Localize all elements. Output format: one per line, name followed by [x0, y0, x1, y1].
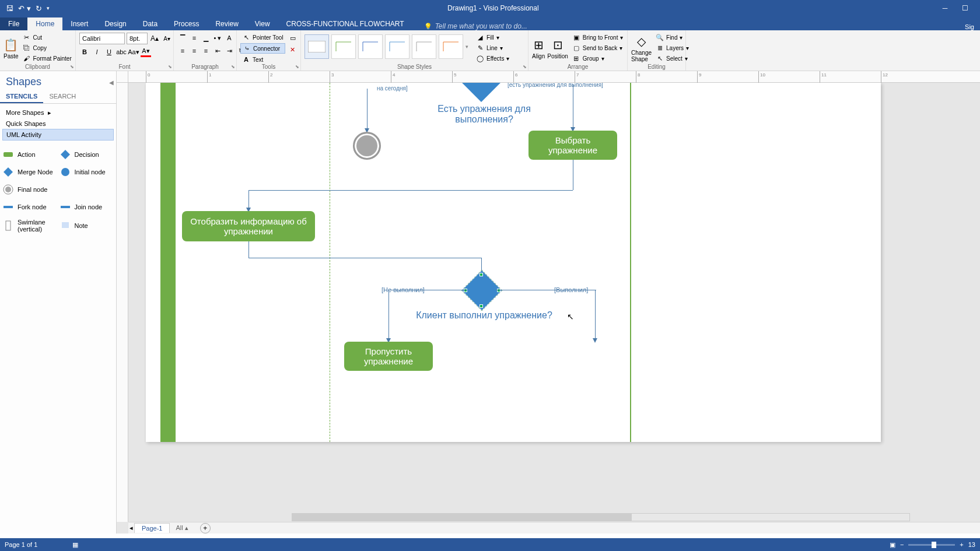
tab-process[interactable]: Process	[166, 17, 207, 30]
save-icon[interactable]: 🖫	[6, 4, 13, 13]
conn-branch-yes-v[interactable]	[595, 290, 596, 341]
decision-top-partial[interactable]	[461, 83, 501, 102]
shape-join[interactable]: Join node	[60, 201, 114, 213]
macro-icon[interactable]: ▦	[72, 541, 78, 549]
undo-icon[interactable]: ↶ ▾	[18, 4, 31, 13]
collapse-panel-icon[interactable]: ◀	[109, 79, 114, 86]
align-button[interactable]: ⊞Align	[532, 33, 545, 64]
tellme-input[interactable]: Tell me what you want to do...	[424, 22, 527, 30]
presentation-mode-icon[interactable]: ▣	[890, 541, 895, 549]
minimize-icon[interactable]: ─	[937, 4, 953, 12]
font-size-combo[interactable]: 8pt.	[127, 33, 148, 44]
page1-tab[interactable]: Page-1	[134, 523, 170, 533]
position-button[interactable]: ⊡Position	[547, 33, 568, 64]
zoom-slider[interactable]	[908, 544, 955, 546]
conn-branch-no-v[interactable]	[388, 290, 389, 340]
align-top-button[interactable]: ▔	[177, 33, 188, 43]
indent-inc-button[interactable]: ⇥	[224, 45, 235, 56]
handle-e[interactable]	[497, 289, 501, 292]
handle-s[interactable]	[480, 304, 483, 308]
bring-front-button[interactable]: ▣Bring to Front ▾	[570, 33, 625, 42]
question-2[interactable]: Клиент выполнил упражнение?	[414, 310, 554, 321]
stencils-tab[interactable]: STENCILS	[0, 90, 43, 103]
tab-review[interactable]: Review	[207, 17, 246, 30]
tab-flowchart[interactable]: CROSS-FUNCTIONAL FLOWCHART	[278, 17, 412, 30]
align-middle-button[interactable]: ≡	[189, 33, 200, 43]
grow-font-button[interactable]: A▴	[149, 33, 160, 44]
final-node[interactable]	[353, 132, 381, 160]
add-page-button[interactable]: +	[200, 523, 211, 534]
shape-note[interactable]: Note	[60, 219, 114, 233]
clipboard-launcher[interactable]: ⬊	[70, 64, 74, 69]
shape-decision[interactable]: Decision	[60, 149, 114, 160]
fill-button[interactable]: ◢Fill ▾	[474, 33, 511, 42]
font-family-combo[interactable]: Calibri	[79, 33, 125, 44]
rect-tool-button[interactable]: ▭	[288, 33, 298, 43]
zoom-in-button[interactable]: +	[960, 541, 963, 548]
send-back-button[interactable]: ▢Send to Back ▾	[570, 43, 625, 52]
conn-to-final[interactable]	[367, 89, 368, 129]
handle-n[interactable]	[480, 273, 483, 276]
text-tool-button[interactable]: AText	[240, 55, 285, 64]
connector-tool-button[interactable]: ⤷Connector	[240, 43, 285, 54]
shape-merge[interactable]: Merge Node	[2, 166, 57, 178]
bullets-button[interactable]: • ▾	[212, 33, 223, 43]
group-button[interactable]: ⊞Group ▾	[570, 54, 625, 63]
shape-swimlane[interactable]: Swimlane (vertical)	[2, 219, 57, 233]
scroll-left-icon[interactable]: ◂	[128, 524, 134, 532]
tools-launcher[interactable]: ⬊	[295, 64, 299, 69]
shape-action[interactable]: Action	[2, 149, 57, 160]
swimlane-left-edge[interactable]	[160, 83, 176, 442]
conn-info-dec-h[interactable]	[249, 258, 482, 258]
shape-style-gallery[interactable]: ▾	[304, 33, 468, 61]
cut-button[interactable]: ✂Cut	[21, 33, 74, 42]
conn-select-info-v[interactable]	[573, 160, 573, 190]
paragraph-launcher[interactable]: ⬊	[231, 64, 235, 69]
canvas-scroll[interactable]: на сегодня] [есть упражнения для выполне…	[128, 83, 980, 522]
zoom-value[interactable]: 13	[968, 541, 975, 548]
shrink-font-button[interactable]: A▾	[162, 33, 172, 44]
underline-button[interactable]: U	[104, 47, 114, 57]
shape-fork[interactable]: Fork node	[2, 201, 57, 213]
shape-final[interactable]: Final node	[2, 184, 57, 195]
shapestyles-launcher[interactable]: ⬊	[523, 64, 527, 69]
align-bottom-button[interactable]: ▁	[201, 33, 211, 43]
case-button[interactable]: Aa▾	[128, 47, 139, 57]
redo-icon[interactable]: ↻	[36, 4, 42, 13]
paste-button[interactable]: 📋 Paste	[4, 33, 19, 64]
font-color-button[interactable]: A▾	[141, 47, 151, 57]
align-center-button[interactable]: ≡	[189, 45, 200, 56]
conn-info-down[interactable]	[249, 190, 249, 210]
tab-home[interactable]: Home	[27, 17, 62, 30]
tab-insert[interactable]: Insert	[62, 17, 96, 30]
copy-button[interactable]: ⿻Copy	[21, 43, 74, 52]
signin-link[interactable]: Sig	[965, 23, 980, 30]
conn-to-select[interactable]	[573, 84, 573, 131]
clear-fmt-button[interactable]: A	[224, 33, 235, 43]
select-button[interactable]: ↖Select ▾	[654, 54, 691, 63]
conn-info-dec-v[interactable]	[249, 241, 249, 258]
search-tab[interactable]: SEARCH	[43, 90, 82, 103]
action-info[interactable]: Отобразить информацию об упражнении	[182, 211, 315, 241]
find-button[interactable]: 🔍Find ▾	[654, 33, 691, 42]
shape-initial[interactable]: Initial node	[60, 166, 114, 178]
conn-select-info-h[interactable]	[249, 190, 573, 191]
tab-view[interactable]: View	[247, 17, 278, 30]
handle-w[interactable]	[464, 289, 467, 292]
font-launcher[interactable]: ⬊	[168, 64, 172, 69]
more-shapes-item[interactable]: More Shapes ▸	[2, 107, 114, 118]
change-shape-button[interactable]: ◇Change Shape	[631, 33, 652, 64]
question-1[interactable]: Есть упражнения для выполнения?	[408, 104, 560, 125]
page-canvas[interactable]: на сегодня] [есть упражнения для выполне…	[146, 83, 881, 442]
action-select[interactable]: Выбрать упражнение	[528, 131, 617, 160]
uml-activity-item[interactable]: UML Activity	[2, 129, 114, 141]
pointer-tool-button[interactable]: ↖Pointer Tool	[240, 33, 285, 42]
hscroll-thumb[interactable]	[292, 514, 632, 521]
tab-design[interactable]: Design	[96, 17, 134, 30]
tab-file[interactable]: File	[0, 17, 27, 30]
swimlane-right-edge[interactable]	[630, 83, 631, 442]
align-left-button[interactable]: ≡	[177, 45, 188, 56]
layers-button[interactable]: ≣Layers ▾	[654, 43, 691, 52]
action-skip[interactable]: Пропустить упражнение	[344, 342, 433, 371]
format-painter-button[interactable]: 🖌Format Painter	[21, 54, 74, 63]
